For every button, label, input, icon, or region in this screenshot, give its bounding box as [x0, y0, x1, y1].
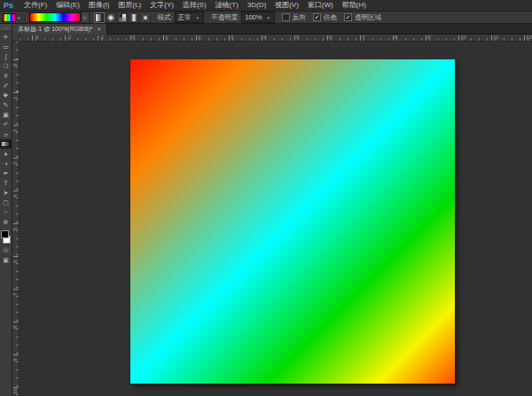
- clone-stamp-tool[interactable]: ▣: [0, 110, 12, 120]
- gradient-tool[interactable]: [0, 139, 12, 149]
- chevron-down-icon[interactable]: ▾: [18, 15, 20, 20]
- crop-icon: #: [4, 71, 8, 81]
- menu-item-filter[interactable]: 滤镜(T): [211, 0, 243, 11]
- checkbox-reverse[interactable]: 反向: [282, 13, 306, 22]
- vruler-number: 7: [12, 293, 18, 296]
- opacity-label: 不透明度:: [211, 13, 239, 22]
- checkbox-dither-label: 仿色: [324, 13, 337, 22]
- ruler-corner: [12, 35, 20, 42]
- separator: [25, 13, 27, 22]
- move-tool[interactable]: ✛: [0, 32, 12, 42]
- hruler-number: 10: [460, 35, 466, 40]
- eyedropper-tool[interactable]: ✐: [0, 81, 12, 90]
- tools-panel-collapse[interactable]: ››: [0, 24, 12, 32]
- hruler-number: 8: [395, 35, 397, 40]
- gradient-type-angle-button[interactable]: [117, 12, 128, 23]
- menu-bar: Ps 文件(F)编辑(E)图像(I)图层(L)文字(Y)选择(S)滤镜(T)3D…: [0, 0, 532, 12]
- lasso-tool[interactable]: ʃ: [0, 51, 12, 61]
- menu-item-edit[interactable]: 编辑(E): [51, 0, 84, 11]
- hruler-number: 6: [329, 35, 332, 40]
- gradient-type-diamond-button[interactable]: [140, 12, 151, 23]
- tool-options-bar: ▾ ▾ 模式: 正常 ▾ 不透明度: 100% ▾ 反向✓仿色✓透明区域: [0, 12, 532, 24]
- vruler-number: 1: [12, 97, 18, 99]
- screen-mode-button[interactable]: ▣: [0, 256, 12, 265]
- clone-stamp-icon: ▣: [3, 110, 9, 120]
- history-brush-icon: ↶: [4, 120, 9, 129]
- vruler-number: 6: [12, 260, 18, 263]
- angle-gradient-icon: [119, 14, 126, 21]
- checkbox-dither-box[interactable]: ✓: [313, 13, 321, 21]
- document-tab-bar: 未标题-1 @ 100%(RGB/8)* ×: [12, 24, 532, 35]
- menu-item-help[interactable]: 帮助(H): [338, 0, 371, 11]
- document-canvas[interactable]: [130, 59, 455, 384]
- gradient-preview[interactable]: [29, 12, 81, 22]
- mode-value: 正常: [178, 13, 192, 22]
- checkbox-dither[interactable]: ✓仿色: [313, 13, 337, 22]
- zoom-icon: ⊕: [4, 217, 9, 227]
- checkbox-transparency[interactable]: ✓透明区域: [344, 13, 381, 22]
- photoshop-window: Ps 文件(F)编辑(E)图像(I)图层(L)文字(Y)选择(S)滤镜(T)3D…: [0, 0, 532, 396]
- hruler-number: 3: [231, 35, 233, 40]
- menu-item-image[interactable]: 图像(I): [84, 0, 114, 11]
- color-swatches: [0, 230, 12, 244]
- reflected-gradient-icon: [130, 14, 137, 21]
- path-selection-tool[interactable]: ➤: [0, 188, 12, 198]
- foreground-color-swatch[interactable]: [1, 230, 9, 238]
- healing-brush-icon: ✚: [4, 90, 9, 100]
- gradient-picker-button[interactable]: ▾: [81, 12, 90, 23]
- checkbox-reverse-box[interactable]: [282, 13, 290, 21]
- vruler-number: 0: [12, 64, 18, 66]
- menu-item-window[interactable]: 窗口(W): [303, 0, 338, 11]
- tool-preset-picker[interactable]: [3, 13, 16, 22]
- hruler-number: 5: [296, 35, 299, 40]
- menu-item-layer[interactable]: 图层(L): [113, 0, 145, 11]
- gradient-type-buttons: [93, 12, 151, 23]
- pen-icon: ✒: [4, 168, 9, 178]
- hruler-number: 0: [132, 35, 135, 40]
- pen-tool[interactable]: ✒: [0, 168, 12, 178]
- checkbox-transparency-box[interactable]: ✓: [344, 13, 352, 21]
- quick-selection-tool[interactable]: ❍: [0, 61, 12, 71]
- hand-tool[interactable]: ☞: [0, 207, 12, 217]
- history-brush-tool[interactable]: ↶: [0, 120, 12, 129]
- blur-tool[interactable]: ♦: [0, 149, 12, 159]
- gradient-tool-icon: [1, 141, 11, 147]
- gradient-type-radial-button[interactable]: [106, 12, 116, 23]
- hand-icon: ☞: [3, 207, 8, 217]
- horizontal-ruler[interactable]: -3-2-10123456789101112: [20, 35, 532, 42]
- radial-gradient-icon: [107, 14, 114, 21]
- marquee-tool[interactable]: ▭: [0, 42, 12, 51]
- document-tab[interactable]: 未标题-1 @ 100%(RGB/8)* ×: [12, 24, 107, 35]
- menu-item-type[interactable]: 文字(Y): [145, 0, 178, 11]
- quick-mask-button[interactable]: ◎: [0, 245, 12, 254]
- eraser-tool[interactable]: ▱: [0, 129, 12, 139]
- crop-tool[interactable]: #: [0, 71, 12, 81]
- menu-items: 文件(F)编辑(E)图像(I)图层(L)文字(Y)选择(S)滤镜(T)3D(D)…: [20, 0, 371, 11]
- close-icon[interactable]: ×: [98, 25, 102, 34]
- chevron-down-icon: ▾: [267, 13, 270, 22]
- dodge-tool[interactable]: ◑: [0, 159, 12, 168]
- hruler-number: 9: [427, 35, 430, 40]
- option-checkboxes: 反向✓仿色✓透明区域: [275, 13, 381, 22]
- hruler-number: 4: [263, 35, 266, 40]
- menu-item-file[interactable]: 文件(F): [20, 0, 51, 11]
- mode-dropdown[interactable]: 正常 ▾: [175, 12, 205, 23]
- dodge-icon: ◑: [4, 159, 7, 168]
- eyedropper-icon: ✐: [4, 81, 9, 90]
- type-tool[interactable]: T: [0, 178, 12, 188]
- vertical-ruler[interactable]: 012345678910: [12, 42, 20, 396]
- zoom-tool[interactable]: ⊕: [0, 217, 12, 227]
- move-icon: ✛: [4, 32, 9, 42]
- opacity-dropdown[interactable]: 100% ▾: [241, 12, 275, 23]
- gradient-type-reflected-button[interactable]: [129, 12, 139, 23]
- menu-item-view[interactable]: 视图(V): [270, 0, 303, 11]
- vruler-number: 4: [12, 195, 18, 198]
- menu-item-3d[interactable]: 3D(D): [243, 0, 270, 11]
- healing-brush-tool[interactable]: ✚: [0, 90, 12, 100]
- menu-item-select[interactable]: 选择(S): [178, 0, 211, 11]
- chevron-down-icon: ▾: [83, 15, 86, 20]
- gradient-type-linear-button[interactable]: [94, 12, 105, 23]
- checkbox-reverse-label: 反向: [293, 13, 306, 22]
- shape-tool[interactable]: ▢: [0, 198, 12, 207]
- brush-tool[interactable]: ✎: [0, 100, 12, 110]
